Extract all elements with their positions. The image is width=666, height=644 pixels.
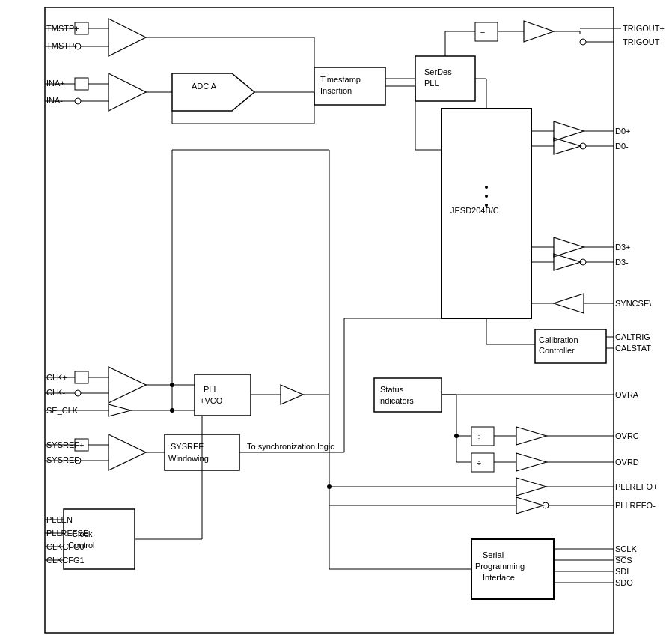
svg-marker-50 — [554, 138, 581, 154]
ina-plus-label: INA+ — [46, 79, 65, 88]
div-ovrd-label: ÷ — [477, 458, 481, 467]
trigout-plus-label: TRIGOUT+ — [623, 24, 665, 33]
pllrefo-plus-label: PLLREFO+ — [615, 482, 658, 491]
svg-point-36 — [580, 39, 586, 45]
sdo-label: SDO — [615, 578, 633, 587]
spi-label: Serial — [483, 550, 504, 559]
timestamp-label: Timestamp — [320, 75, 361, 84]
cal-ctrl-label: Calibration — [539, 335, 578, 344]
svg-point-40 — [485, 195, 488, 198]
sysref-wind-label: SYSREF — [171, 442, 204, 451]
svg-rect-86 — [195, 374, 251, 416]
sdi-label: SDI — [615, 567, 629, 576]
diagram-container: TMSTP+ TMSTP- INA+ INA- ADC A Timestamp … — [0, 0, 666, 644]
svg-marker-100 — [109, 434, 146, 470]
svg-marker-118 — [516, 453, 546, 471]
div-top-label: ÷ — [480, 28, 485, 37]
svg-marker-121 — [516, 478, 546, 496]
calstat-label: CALSTAT — [615, 344, 651, 353]
status-label2: Indicators — [378, 396, 414, 405]
svg-marker-74 — [109, 367, 146, 403]
jesd-label: JESD204B/C — [450, 206, 499, 215]
cal-ctrl-label2: Controller — [539, 346, 575, 355]
serdes-pll-label: PLL — [424, 79, 439, 88]
svg-marker-17 — [172, 73, 254, 111]
svg-point-72 — [75, 390, 81, 396]
pllrefo-minus-label: PLLREFO- — [615, 501, 656, 510]
pll-vco-label: PLL — [204, 385, 219, 394]
spi-label2: Programming — [475, 562, 525, 571]
svg-marker-47 — [554, 121, 584, 141]
svg-rect-69 — [75, 371, 88, 383]
syncse-label: SYNCSE\ — [615, 299, 652, 308]
svg-marker-124 — [516, 497, 543, 514]
svg-rect-27 — [475, 22, 498, 41]
svg-marker-88 — [281, 385, 303, 404]
svg-point-13 — [75, 98, 81, 104]
ovrd-label: OVRD — [615, 458, 639, 467]
clock-ctrl-label: Clock — [72, 529, 93, 538]
sysref-minus-label: SYSREF- — [46, 455, 82, 464]
caltrig-label: CALTRIG — [615, 332, 650, 341]
spi-label3: Interface — [483, 573, 515, 582]
adc-a-label: ADC A — [192, 82, 217, 91]
svg-marker-7 — [109, 19, 146, 56]
svg-marker-61 — [554, 294, 584, 313]
d3-plus-label: D3+ — [615, 243, 631, 252]
tmstp-minus-label: TMSTP- — [46, 41, 77, 50]
timestamp-label2: Insertion — [320, 86, 352, 95]
serdes-label: SerDes — [424, 67, 452, 76]
trigout-minus-label: TRIGOUT- — [623, 37, 662, 46]
pll-vco-label2: +VCO — [200, 396, 223, 405]
svg-marker-31 — [524, 21, 554, 42]
svg-marker-15 — [109, 73, 146, 111]
status-label: Status — [380, 385, 404, 394]
svg-marker-54 — [554, 237, 584, 257]
ovrc-label: OVRC — [615, 431, 639, 440]
sync-logic-label: To synchronization logic — [247, 442, 334, 451]
clock-ctrl-label2: Control — [68, 541, 94, 550]
div-ovrc-label: ÷ — [477, 432, 481, 441]
svg-marker-57 — [554, 254, 581, 270]
d3-minus-label: D3- — [615, 258, 629, 267]
svg-point-39 — [485, 186, 488, 189]
svg-rect-106 — [471, 427, 494, 446]
ovra-label: OVRA — [615, 390, 639, 399]
svg-rect-10 — [75, 78, 88, 90]
clk-minus-label: CLK- — [46, 388, 65, 397]
svg-marker-115 — [516, 427, 546, 445]
ina-minus-label: INA- — [46, 96, 63, 105]
d0-plus-label: D0+ — [615, 127, 631, 136]
scs-label: SCS — [615, 556, 632, 565]
svg-point-41 — [485, 204, 488, 207]
svg-rect-92 — [374, 378, 442, 412]
d0-minus-label: D0- — [615, 142, 629, 151]
svg-rect-107 — [471, 453, 494, 472]
sysref-wind-label2: Windowing — [168, 454, 209, 463]
svg-marker-81 — [109, 404, 131, 416]
sclk-label: SCLK — [615, 544, 637, 553]
